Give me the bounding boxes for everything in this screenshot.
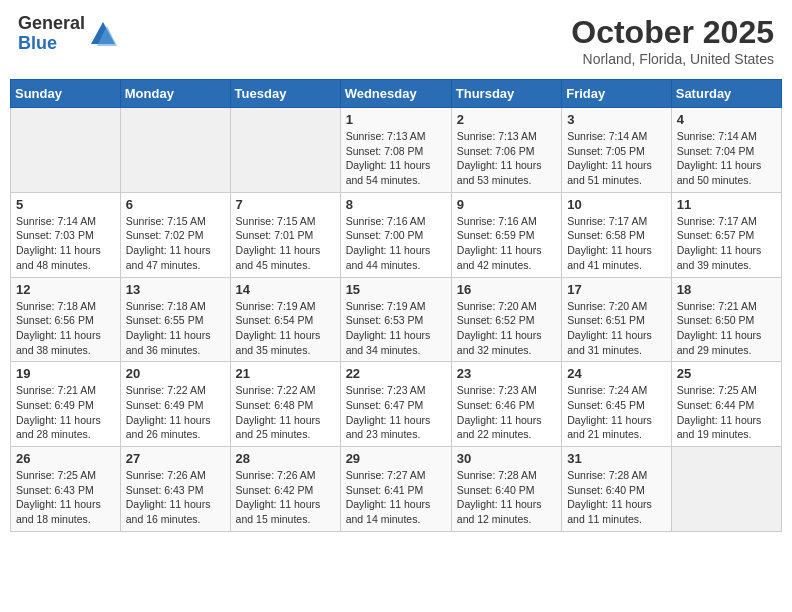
location: Norland, Florida, United States xyxy=(571,51,774,67)
calendar-day-cell: 29Sunrise: 7:27 AMSunset: 6:41 PMDayligh… xyxy=(340,447,451,532)
page-header: General Blue October 2025 Norland, Flori… xyxy=(10,10,782,71)
day-number: 13 xyxy=(126,282,225,297)
calendar-day-cell: 25Sunrise: 7:25 AMSunset: 6:44 PMDayligh… xyxy=(671,362,781,447)
calendar-day-cell: 22Sunrise: 7:23 AMSunset: 6:47 PMDayligh… xyxy=(340,362,451,447)
day-number: 14 xyxy=(236,282,335,297)
calendar-day-cell: 13Sunrise: 7:18 AMSunset: 6:55 PMDayligh… xyxy=(120,277,230,362)
logo: General Blue xyxy=(18,14,117,54)
calendar-day-cell xyxy=(120,108,230,193)
day-number: 26 xyxy=(16,451,115,466)
calendar-day-cell: 1Sunrise: 7:13 AMSunset: 7:08 PMDaylight… xyxy=(340,108,451,193)
calendar-day-cell: 20Sunrise: 7:22 AMSunset: 6:49 PMDayligh… xyxy=(120,362,230,447)
day-number: 1 xyxy=(346,112,446,127)
day-number: 16 xyxy=(457,282,556,297)
logo-blue: Blue xyxy=(18,34,85,54)
day-info: Sunrise: 7:13 AMSunset: 7:06 PMDaylight:… xyxy=(457,129,556,188)
weekday-header: Sunday xyxy=(11,80,121,108)
day-number: 8 xyxy=(346,197,446,212)
day-number: 29 xyxy=(346,451,446,466)
calendar-day-cell: 14Sunrise: 7:19 AMSunset: 6:54 PMDayligh… xyxy=(230,277,340,362)
calendar-week-row: 19Sunrise: 7:21 AMSunset: 6:49 PMDayligh… xyxy=(11,362,782,447)
calendar-day-cell: 28Sunrise: 7:26 AMSunset: 6:42 PMDayligh… xyxy=(230,447,340,532)
calendar-day-cell: 23Sunrise: 7:23 AMSunset: 6:46 PMDayligh… xyxy=(451,362,561,447)
day-info: Sunrise: 7:28 AMSunset: 6:40 PMDaylight:… xyxy=(457,468,556,527)
calendar-day-cell xyxy=(11,108,121,193)
calendar-day-cell: 18Sunrise: 7:21 AMSunset: 6:50 PMDayligh… xyxy=(671,277,781,362)
day-info: Sunrise: 7:22 AMSunset: 6:48 PMDaylight:… xyxy=(236,383,335,442)
day-number: 15 xyxy=(346,282,446,297)
day-number: 27 xyxy=(126,451,225,466)
calendar-day-cell: 5Sunrise: 7:14 AMSunset: 7:03 PMDaylight… xyxy=(11,192,121,277)
calendar-day-cell: 4Sunrise: 7:14 AMSunset: 7:04 PMDaylight… xyxy=(671,108,781,193)
calendar-day-cell: 8Sunrise: 7:16 AMSunset: 7:00 PMDaylight… xyxy=(340,192,451,277)
day-number: 19 xyxy=(16,366,115,381)
weekday-header: Wednesday xyxy=(340,80,451,108)
calendar-day-cell: 6Sunrise: 7:15 AMSunset: 7:02 PMDaylight… xyxy=(120,192,230,277)
day-number: 3 xyxy=(567,112,666,127)
calendar-day-cell: 17Sunrise: 7:20 AMSunset: 6:51 PMDayligh… xyxy=(562,277,672,362)
calendar-day-cell: 31Sunrise: 7:28 AMSunset: 6:40 PMDayligh… xyxy=(562,447,672,532)
calendar-day-cell: 10Sunrise: 7:17 AMSunset: 6:58 PMDayligh… xyxy=(562,192,672,277)
day-info: Sunrise: 7:21 AMSunset: 6:50 PMDaylight:… xyxy=(677,299,776,358)
day-number: 9 xyxy=(457,197,556,212)
day-number: 21 xyxy=(236,366,335,381)
calendar-week-row: 26Sunrise: 7:25 AMSunset: 6:43 PMDayligh… xyxy=(11,447,782,532)
day-info: Sunrise: 7:23 AMSunset: 6:47 PMDaylight:… xyxy=(346,383,446,442)
day-number: 7 xyxy=(236,197,335,212)
calendar-day-cell: 30Sunrise: 7:28 AMSunset: 6:40 PMDayligh… xyxy=(451,447,561,532)
day-number: 12 xyxy=(16,282,115,297)
calendar-day-cell: 9Sunrise: 7:16 AMSunset: 6:59 PMDaylight… xyxy=(451,192,561,277)
day-number: 20 xyxy=(126,366,225,381)
day-info: Sunrise: 7:24 AMSunset: 6:45 PMDaylight:… xyxy=(567,383,666,442)
logo-icon xyxy=(89,20,117,48)
calendar-week-row: 5Sunrise: 7:14 AMSunset: 7:03 PMDaylight… xyxy=(11,192,782,277)
calendar-week-row: 12Sunrise: 7:18 AMSunset: 6:56 PMDayligh… xyxy=(11,277,782,362)
day-info: Sunrise: 7:19 AMSunset: 6:53 PMDaylight:… xyxy=(346,299,446,358)
day-number: 17 xyxy=(567,282,666,297)
day-number: 10 xyxy=(567,197,666,212)
calendar-day-cell xyxy=(230,108,340,193)
day-number: 6 xyxy=(126,197,225,212)
calendar-header-row: SundayMondayTuesdayWednesdayThursdayFrid… xyxy=(11,80,782,108)
weekday-header: Thursday xyxy=(451,80,561,108)
calendar-day-cell xyxy=(671,447,781,532)
calendar-day-cell: 16Sunrise: 7:20 AMSunset: 6:52 PMDayligh… xyxy=(451,277,561,362)
day-info: Sunrise: 7:27 AMSunset: 6:41 PMDaylight:… xyxy=(346,468,446,527)
weekday-header: Saturday xyxy=(671,80,781,108)
day-info: Sunrise: 7:25 AMSunset: 6:44 PMDaylight:… xyxy=(677,383,776,442)
weekday-header: Monday xyxy=(120,80,230,108)
day-info: Sunrise: 7:18 AMSunset: 6:55 PMDaylight:… xyxy=(126,299,225,358)
day-info: Sunrise: 7:15 AMSunset: 7:02 PMDaylight:… xyxy=(126,214,225,273)
weekday-header: Tuesday xyxy=(230,80,340,108)
calendar-day-cell: 19Sunrise: 7:21 AMSunset: 6:49 PMDayligh… xyxy=(11,362,121,447)
day-number: 4 xyxy=(677,112,776,127)
calendar-day-cell: 21Sunrise: 7:22 AMSunset: 6:48 PMDayligh… xyxy=(230,362,340,447)
calendar-day-cell: 2Sunrise: 7:13 AMSunset: 7:06 PMDaylight… xyxy=(451,108,561,193)
day-info: Sunrise: 7:21 AMSunset: 6:49 PMDaylight:… xyxy=(16,383,115,442)
day-number: 30 xyxy=(457,451,556,466)
weekday-header: Friday xyxy=(562,80,672,108)
day-number: 11 xyxy=(677,197,776,212)
day-info: Sunrise: 7:19 AMSunset: 6:54 PMDaylight:… xyxy=(236,299,335,358)
title-block: October 2025 Norland, Florida, United St… xyxy=(571,14,774,67)
calendar-week-row: 1Sunrise: 7:13 AMSunset: 7:08 PMDaylight… xyxy=(11,108,782,193)
day-info: Sunrise: 7:16 AMSunset: 6:59 PMDaylight:… xyxy=(457,214,556,273)
day-info: Sunrise: 7:20 AMSunset: 6:51 PMDaylight:… xyxy=(567,299,666,358)
day-info: Sunrise: 7:20 AMSunset: 6:52 PMDaylight:… xyxy=(457,299,556,358)
day-info: Sunrise: 7:14 AMSunset: 7:04 PMDaylight:… xyxy=(677,129,776,188)
calendar-table: SundayMondayTuesdayWednesdayThursdayFrid… xyxy=(10,79,782,532)
day-info: Sunrise: 7:15 AMSunset: 7:01 PMDaylight:… xyxy=(236,214,335,273)
day-number: 31 xyxy=(567,451,666,466)
day-number: 2 xyxy=(457,112,556,127)
calendar-day-cell: 15Sunrise: 7:19 AMSunset: 6:53 PMDayligh… xyxy=(340,277,451,362)
day-number: 23 xyxy=(457,366,556,381)
day-info: Sunrise: 7:13 AMSunset: 7:08 PMDaylight:… xyxy=(346,129,446,188)
logo-general: General xyxy=(18,14,85,34)
calendar-day-cell: 3Sunrise: 7:14 AMSunset: 7:05 PMDaylight… xyxy=(562,108,672,193)
day-info: Sunrise: 7:26 AMSunset: 6:42 PMDaylight:… xyxy=(236,468,335,527)
day-info: Sunrise: 7:16 AMSunset: 7:00 PMDaylight:… xyxy=(346,214,446,273)
day-info: Sunrise: 7:17 AMSunset: 6:58 PMDaylight:… xyxy=(567,214,666,273)
day-number: 25 xyxy=(677,366,776,381)
month-title: October 2025 xyxy=(571,14,774,51)
day-number: 18 xyxy=(677,282,776,297)
